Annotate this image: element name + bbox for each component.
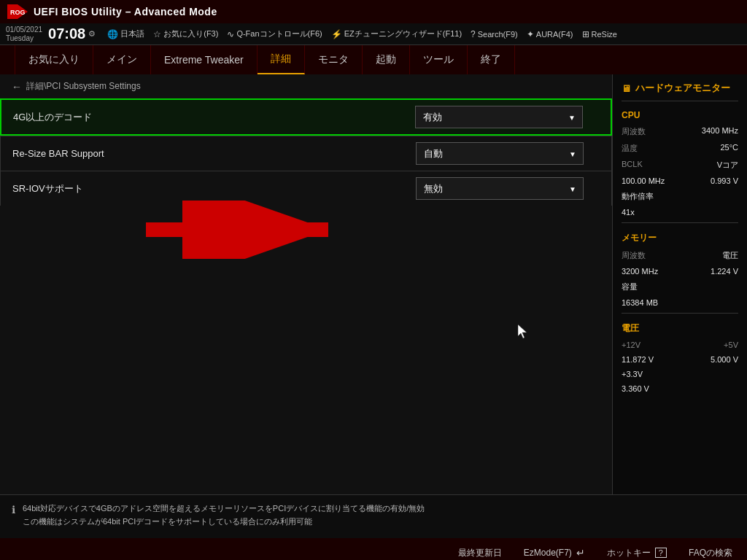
- footer-faq[interactable]: FAQの検索: [689, 547, 732, 559]
- aura-icon: ✦: [527, 29, 534, 39]
- sidebar: 🖥 ハードウェアモニター CPU 周波数 3400 MHz 温度 25°C BC…: [612, 74, 747, 494]
- nav-extreme-tweaker[interactable]: Extreme Tweaker: [151, 45, 258, 74]
- dropdown-sr-iov[interactable]: 無効 有効: [416, 177, 584, 200]
- divider-1: [622, 222, 738, 223]
- footer: 最終更新日 EzMode(F7) ↵ ホットキー ? FAQの検索: [0, 538, 747, 560]
- nav-exit[interactable]: 終了: [468, 45, 515, 74]
- ez-mode-label: EzMode(F7): [524, 548, 572, 558]
- info-line-2: この機能はシステムが64bit PCIデコードをサポートしている場合にのみ利用可…: [23, 516, 425, 529]
- setting-row-sr-iov: SR-IOVサポート 無効 有効: [0, 171, 612, 206]
- footer-right: 最終更新日 EzMode(F7) ↵ ホットキー ? FAQの検索: [458, 547, 732, 559]
- toolbar-resize[interactable]: ⊞ ReSize: [582, 29, 617, 39]
- mem-voltage-label: 電圧: [722, 250, 738, 261]
- setting-value-4g-decode: 有効 無効: [406, 100, 611, 134]
- v5-label: +5V: [724, 341, 738, 349]
- nav-boot[interactable]: 起動: [363, 45, 410, 74]
- cpu-temp-value: 25°C: [720, 143, 738, 154]
- nav-main[interactable]: メイン: [93, 45, 151, 74]
- nav: お気に入り メイン Extreme Tweaker 詳細 モニタ 起動 ツール …: [0, 45, 747, 74]
- svg-text:ROG: ROG: [10, 9, 26, 16]
- cpu-bclk-val-row: 100.00 MHz 0.993 V: [622, 176, 738, 185]
- sidebar-cpu-title: CPU: [622, 110, 738, 120]
- cpu-temp-label: 温度: [622, 143, 638, 154]
- cpu-multiplier-label: 動作倍率: [622, 191, 738, 202]
- cpu-bclk-value: 100.00 MHz: [622, 176, 665, 185]
- nav-monitor[interactable]: モニタ: [305, 45, 363, 74]
- header: ROG UEFI BIOS Utility – Advanced Mode: [0, 0, 747, 23]
- setting-label-sr-iov: SR-IOVサポート: [1, 174, 407, 204]
- v33-label: +3.3V: [622, 370, 738, 378]
- cpu-freq-label: 周波数: [622, 126, 646, 137]
- setting-label-resize-bar: Re-Size BAR Support: [1, 139, 407, 168]
- sidebar-voltage-title: 電圧: [622, 322, 738, 335]
- hotkey-icon: ?: [655, 548, 667, 558]
- nav-tools[interactable]: ツール: [410, 45, 468, 74]
- mem-voltage-value: 1.224 V: [711, 267, 738, 276]
- info-text: 64bit対応デバイスで4GBのアドレス空間を超えるメモリーリソースをPCIデバ…: [23, 502, 425, 528]
- star-icon: ☆: [153, 29, 161, 39]
- last-update-label: 最終更新日: [458, 547, 502, 559]
- dropdown-sr-iov-select[interactable]: 無効 有効: [416, 177, 584, 200]
- nav-advanced[interactable]: 詳細: [258, 45, 305, 74]
- footer-last-update[interactable]: 最終更新日: [458, 547, 502, 559]
- breadcrumb: ← 詳細\PCI Subsystem Settings: [0, 74, 612, 98]
- toolbar-search[interactable]: ? Search(F9): [471, 29, 518, 39]
- content-area: ← 詳細\PCI Subsystem Settings 4G以上のデコード 有効…: [0, 74, 612, 494]
- v12-label: +12V: [622, 341, 640, 349]
- toolbar-aura[interactable]: ✦ AURA(F4): [527, 29, 573, 39]
- dropdown-4g-decode-select[interactable]: 有効 無効: [415, 106, 583, 128]
- svg-marker-4: [518, 324, 527, 338]
- question-icon: ?: [471, 29, 476, 39]
- breadcrumb-path: 詳細\PCI Subsystem Settings: [26, 80, 141, 93]
- v33-value: 3.360 V: [622, 384, 738, 393]
- nav-favorites[interactable]: お気に入り: [15, 45, 93, 74]
- setting-value-resize-bar: 自動 有効 無効: [407, 136, 611, 171]
- v5-value: 5.000 V: [711, 355, 738, 364]
- mem-freq-value: 3200 MHz: [622, 267, 658, 276]
- sidebar-memory-title: メモリー: [622, 232, 738, 244]
- toolbar-qfan[interactable]: ∿ Q-Fanコントロール(F6): [227, 28, 322, 39]
- back-arrow[interactable]: ←: [12, 81, 22, 93]
- v12-row-value: 11.872 V 5.000 V: [622, 355, 738, 364]
- ez-mode-icon: ↵: [576, 547, 585, 559]
- time-display: 07:08: [48, 26, 85, 42]
- cpu-vcore-label: Vコア: [717, 160, 738, 171]
- faq-label: FAQの検索: [689, 547, 732, 559]
- datetime-display: 01/05/2021 Tuesday: [6, 26, 42, 43]
- cpu-bclk-label: BCLK: [622, 160, 643, 171]
- mem-capacity-label: 容量: [622, 281, 738, 292]
- red-arrow: [146, 201, 365, 259]
- header-title: UEFI BIOS Utility – Advanced Mode: [34, 6, 217, 18]
- resize-icon: ⊞: [582, 29, 589, 39]
- dropdown-resize-bar-select[interactable]: 自動 有効 無効: [416, 142, 584, 165]
- cpu-temp-row: 温度 25°C: [622, 143, 738, 154]
- cursor-icon: [518, 324, 530, 339]
- setting-row-resize-bar: Re-Size BAR Support 自動 有効 無効: [0, 136, 612, 171]
- dropdown-resize-bar[interactable]: 自動 有効 無効: [416, 142, 584, 165]
- hotkey-label: ホットキー: [607, 547, 651, 559]
- settings-container: 4G以上のデコード 有効 無効 Re-Size BAR Support: [0, 98, 612, 206]
- cpu-bclk-row: BCLK Vコア: [622, 160, 738, 171]
- settings-icon[interactable]: ⚙: [88, 29, 96, 39]
- toolbar-ez-tuning[interactable]: ⚡ EZチューニングウィザード(F11): [331, 28, 462, 39]
- info-section: ℹ 64bit対応デバイスで4GBのアドレス空間を超えるメモリーリソースをPCI…: [0, 494, 747, 538]
- cpu-freq-value: 3400 MHz: [702, 126, 738, 137]
- v12-value: 11.872 V: [622, 355, 654, 364]
- setting-value-sr-iov: 無効 有効: [407, 171, 611, 206]
- monitor-icon: 🖥: [622, 83, 631, 94]
- footer-hotkey[interactable]: ホットキー ?: [607, 547, 667, 559]
- mem-freq-val-row: 3200 MHz 1.224 V: [622, 267, 738, 276]
- rog-logo: ROG: [7, 4, 28, 19]
- dropdown-4g-decode[interactable]: 有効 無効: [415, 106, 583, 128]
- info-line-1: 64bit対応デバイスで4GBのアドレス空間を超えるメモリーリソースをPCIデバ…: [23, 502, 425, 516]
- toolbar: 01/05/2021 Tuesday 07:08 ⚙ 🌐 日本語 ☆ お気に入り…: [0, 23, 747, 45]
- setting-row-4g-decode: 4G以上のデコード 有効 無効: [0, 98, 612, 136]
- v12-row-label: +12V +5V: [622, 341, 738, 349]
- mem-freq-row: 周波数 電圧: [622, 250, 738, 261]
- toolbar-language[interactable]: 🌐 日本語: [107, 28, 144, 39]
- main-content: ← 詳細\PCI Subsystem Settings 4G以上のデコード 有効…: [0, 74, 747, 494]
- cpu-vcore-value: 0.993 V: [711, 176, 738, 185]
- globe-icon: 🌐: [107, 29, 118, 39]
- toolbar-favorites[interactable]: ☆ お気に入り(F3): [153, 28, 218, 39]
- footer-ez-mode[interactable]: EzMode(F7) ↵: [524, 547, 585, 559]
